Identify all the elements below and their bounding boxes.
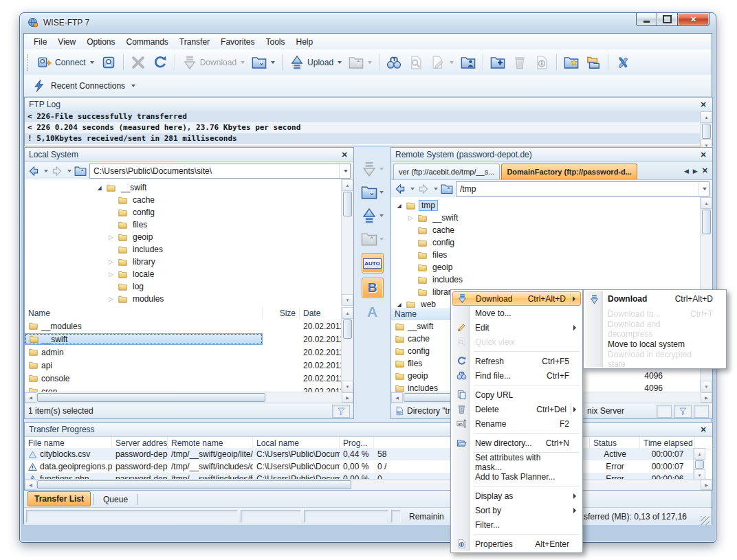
tree-item-swift[interactable]: ◢__swift — [25, 181, 342, 194]
column-header-prog[interactable]: Prog... — [340, 437, 374, 449]
scroll-down-icon[interactable]: ▼ — [342, 381, 353, 392]
tree-item-tmp[interactable]: ◢tmp — [391, 199, 701, 212]
scroll-up-icon[interactable]: ▲ — [701, 197, 712, 209]
title-bar[interactable]: WISE-FTP 7 ✕ — [20, 13, 716, 32]
sync-button[interactable] — [583, 53, 604, 72]
close-button[interactable]: ✕ — [677, 13, 710, 26]
path-dropdown-icon[interactable] — [698, 182, 709, 196]
up-folder-icon[interactable] — [441, 183, 453, 195]
menu-item-move-to[interactable]: Move to... — [452, 306, 581, 320]
column-header-server-address[interactable]: Server address — [112, 437, 168, 449]
transfer-row-cityblocks-csv[interactable]: cityblocks.csvpassword-depo.../tmp/__swi… — [25, 448, 694, 460]
file-row-console[interactable]: console20.02.2011 — [25, 372, 342, 385]
tree-item-modules[interactable]: ▷modules — [25, 293, 342, 305]
file-row-swift[interactable]: __swift20.02.2011 — [25, 333, 342, 346]
folder-download-center-button[interactable] — [359, 183, 386, 202]
folder-download-button[interactable] — [249, 53, 278, 72]
menu-item-download[interactable]: DownloadCtrl+Alt+D — [452, 291, 581, 306]
remote-filter-button[interactable] — [674, 405, 692, 418]
menu-commands[interactable]: Commands — [121, 35, 174, 49]
menu-item-filter[interactable]: Filter... — [452, 517, 581, 532]
upload-center-button[interactable] — [359, 206, 386, 225]
file-row-admin[interactable]: admin20.02.2011 — [25, 346, 342, 359]
local-path-input[interactable]: C:\Users\Public\Documents\site\ — [89, 164, 351, 179]
tree-item-log[interactable]: log — [25, 280, 342, 293]
resize-grip[interactable] — [701, 516, 710, 525]
scroll-thumb[interactable] — [37, 480, 351, 489]
local-filter-button[interactable] — [332, 405, 350, 418]
transfer-hscrollbar[interactable]: ◀ ▶ — [25, 479, 712, 490]
scroll-right-icon[interactable]: ▶ — [701, 480, 712, 490]
local-tree-vscrollbar[interactable]: ▲ ▼ — [341, 179, 353, 306]
scroll-left-icon[interactable]: ◀ — [391, 392, 403, 403]
goto-folder-button[interactable] — [458, 53, 478, 72]
menu-help[interactable]: Help — [290, 35, 318, 49]
menu-transfer[interactable]: Transfer — [174, 35, 215, 49]
favorites-button[interactable] — [561, 53, 582, 72]
remote-panel-close-icon[interactable]: ✕ — [698, 150, 708, 159]
tree-item-includes[interactable]: includes — [391, 273, 701, 286]
path-dropdown-icon[interactable] — [339, 164, 350, 178]
column-header-local-name[interactable]: Local name — [253, 437, 340, 449]
tree-item-library[interactable]: ▷library — [25, 256, 342, 268]
menu-item-delete[interactable]: DeleteCtrl+Del — [452, 402, 581, 416]
transfer-panel-close-icon[interactable]: ✕ — [698, 425, 708, 434]
scroll-left-icon[interactable]: ◀ — [25, 392, 36, 403]
tree-item-geoip[interactable]: ▷geoip — [25, 231, 342, 243]
scroll-thumb[interactable] — [343, 192, 352, 216]
collapsed-expander-icon[interactable]: ▷ — [107, 295, 115, 302]
scroll-up-icon[interactable]: ▲ — [342, 307, 353, 319]
menu-item-add-to-task-planner[interactable]: Add to Task Planner... — [452, 469, 581, 484]
tree-item-files[interactable]: files — [25, 219, 342, 231]
tab-transfer-list[interactable]: Transfer List — [28, 491, 91, 506]
remote-tab-ver-ftp-acebit-de-tmp-s[interactable]: ver (ftp://acebit.de/tmp/__s... — [393, 164, 500, 179]
column-header-file-name[interactable]: File name — [25, 437, 112, 449]
menu-file[interactable]: File — [28, 35, 52, 49]
find-button[interactable] — [384, 53, 404, 72]
column-header-size[interactable]: Size — [263, 307, 300, 320]
collapsed-expander-icon[interactable]: ▷ — [407, 214, 415, 221]
center-button-a[interactable]: A — [359, 302, 386, 322]
collapsed-expander-icon[interactable]: ▷ — [107, 271, 115, 278]
column-header-status[interactable]: Status — [590, 437, 640, 449]
remote-tab-domainfactory-ftp-passwo[interactable]: DomainFactory (ftp://password-d... — [501, 164, 637, 179]
transfer-vscrollbar[interactable]: ▲ ▼ — [693, 448, 705, 480]
collapsed-expander-icon[interactable]: ▷ — [107, 258, 115, 265]
tab-scroll-left-icon[interactable]: ◀ — [684, 168, 689, 175]
transfer-row-data-geoipregions-php[interactable]: data.geoipregions.phppassword-depo.../tm… — [25, 460, 694, 473]
minimize-button[interactable] — [636, 13, 657, 26]
menu-item-rename[interactable]: RenameF2 — [452, 416, 581, 431]
back-caret[interactable] — [44, 170, 48, 172]
column-header-remote-name[interactable]: Remote name — [168, 437, 253, 449]
tools-button[interactable] — [613, 53, 633, 72]
back-icon[interactable] — [28, 165, 40, 177]
tree-item-swift[interactable]: ▷__swift — [391, 212, 701, 224]
menu-item-download[interactable]: DownloadCtrl+Alt+D — [585, 291, 725, 306]
back-icon[interactable] — [394, 183, 406, 195]
up-folder-icon[interactable] — [74, 165, 87, 177]
menu-tools[interactable]: Tools — [260, 35, 290, 49]
local-list-hscrollbar[interactable]: ◀ ▶ — [25, 392, 353, 403]
file-row-api[interactable]: api20.02.2011 — [25, 359, 342, 372]
menu-options[interactable]: Options — [81, 35, 120, 49]
column-header-name[interactable]: Name — [25, 307, 263, 320]
remote-path-input[interactable]: /tmp — [456, 181, 710, 197]
expanded-expander-icon[interactable]: ◢ — [395, 203, 403, 209]
maximize-button[interactable] — [657, 13, 677, 26]
tab-scroll-right-icon[interactable]: ▶ — [693, 168, 698, 175]
new-folder-button[interactable] — [487, 53, 508, 72]
scroll-right-icon[interactable]: ▶ — [701, 392, 712, 403]
menu-item-edit[interactable]: Edit — [452, 320, 581, 335]
ftp-log-close-icon[interactable]: ✕ — [698, 100, 708, 109]
disconnect-button[interactable] — [98, 53, 119, 72]
local-list-vscrollbar[interactable]: ▲ ▼ — [341, 307, 353, 392]
back-caret[interactable] — [410, 188, 415, 190]
scroll-thumb[interactable] — [702, 210, 711, 234]
scroll-thumb[interactable] — [695, 460, 704, 469]
scroll-thumb[interactable] — [702, 124, 711, 139]
tree-item-files[interactable]: files — [391, 249, 701, 261]
tree-item-cache[interactable]: cache — [391, 224, 701, 236]
column-header-time-elapsed[interactable]: Time elapsed — [640, 437, 695, 449]
tree-item-config[interactable]: config — [391, 236, 701, 249]
recent-connections-label[interactable]: Recent Connections — [51, 81, 125, 91]
